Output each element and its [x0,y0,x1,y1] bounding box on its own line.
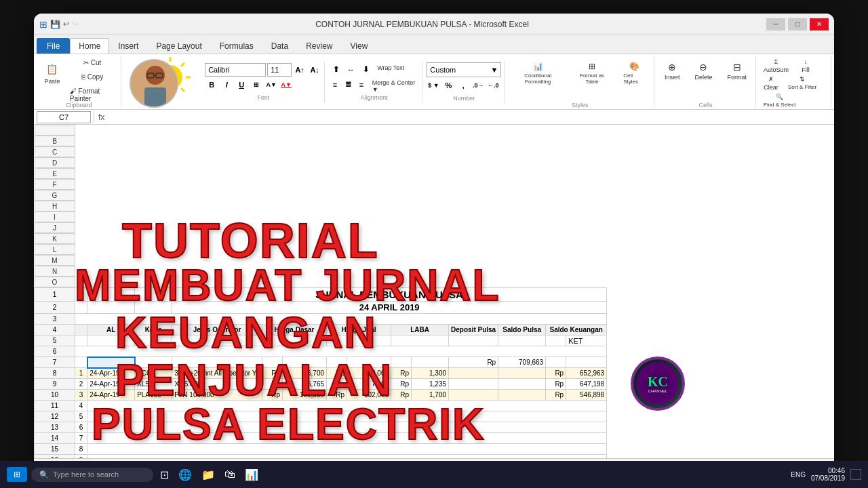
cell-l4[interactable]: Deposit Pulsa [449,325,498,336]
cell-k10[interactable]: 1,700 [412,390,449,401]
align-top-btn[interactable]: ⬆ [329,63,342,77]
cell-i7[interactable] [347,357,391,368]
percent-btn[interactable]: % [441,79,455,92]
tab-view[interactable]: View [342,38,377,54]
col-b-header[interactable]: B [35,136,75,146]
font-name-input[interactable] [205,63,266,77]
cell-c8[interactable]: 24-Apr-19 [87,368,135,379]
cell-j10[interactable]: Rp [391,390,412,401]
cell-d2[interactable] [135,302,172,314]
cell-l9[interactable] [449,379,498,390]
col-o-header[interactable]: O [35,277,75,287]
cell-j5[interactable] [391,336,449,346]
cell-h5[interactable] [327,336,391,346]
cell-o7[interactable] [566,357,607,368]
font-size-input[interactable] [267,63,292,77]
cell-b8[interactable]: 1 [75,368,87,379]
cell-j8[interactable]: Rp [391,368,412,379]
cell-n7[interactable] [546,357,566,368]
tab-home[interactable]: Home [70,38,109,54]
cell-n9[interactable]: Rp [546,379,566,390]
cell-l8[interactable] [449,368,498,379]
cell-e4[interactable]: Jenis Operator [172,325,262,336]
col-e-header[interactable]: E [35,168,75,179]
cell-j9[interactable]: Rp [391,379,412,390]
edge-icon[interactable]: 🌐 [176,466,195,484]
cell-f5[interactable] [262,336,327,346]
merge-center-btn[interactable]: Merge & Center ▼ [369,78,420,92]
paste-btn[interactable]: 📋 Paste [39,57,65,100]
decrease-decimal-btn[interactable]: ←.0 [486,79,500,92]
cell-e5[interactable] [172,336,262,346]
cell-d7[interactable] [135,357,172,368]
format-painter-btn[interactable]: 🖌 Format Painter [66,86,119,100]
col-f-header[interactable]: F [35,179,75,190]
align-left-btn[interactable]: ≡ [329,78,341,92]
cell-b7[interactable] [75,357,87,368]
col-l-header[interactable]: L [35,244,75,255]
tab-data[interactable]: Data [262,38,297,54]
cell-e10[interactable]: PLN 100.000 [172,390,262,401]
col-j-header[interactable]: J [35,222,75,233]
cell-d10[interactable]: PLA100 [135,390,172,401]
col-n-header[interactable]: N [35,266,75,277]
cell-c2[interactable] [87,302,135,314]
cell-f10[interactable]: Rp [262,390,283,401]
autosum-btn[interactable]: Σ AutoSum [760,57,792,72]
undo-icon[interactable]: ↩ [63,20,69,28]
cell-m7[interactable]: 709,663 [498,357,546,368]
cell-h9[interactable]: Rp [327,379,347,390]
font-color-btn[interactable]: A▼ [279,78,293,92]
fill-btn[interactable]: ↓ Fill [795,57,816,72]
cell-k9[interactable]: 1,235 [412,379,449,390]
cell-h4[interactable]: Harga Jual [327,325,391,336]
cell-b4[interactable] [75,325,87,336]
minimize-btn[interactable]: ─ [766,18,785,30]
cell-title1[interactable]: JURNAL PEMBUKUAN PULSA [172,288,607,302]
cell-h10[interactable]: Rp [327,390,347,401]
excel-taskbar-icon[interactable]: 📊 [242,466,261,484]
task-view-btn[interactable]: ⊡ [157,466,172,484]
cell-c4[interactable]: AL [87,325,135,336]
cell-o9[interactable]: 647,198 [566,379,607,390]
copy-btn[interactable]: ⎘ Copy [66,72,119,85]
cell-d4[interactable]: Kode [135,325,172,336]
cell-d8[interactable]: XC6 [135,368,172,379]
comma-btn[interactable]: , [456,79,470,92]
currency-btn[interactable]: $ ▼ [427,79,440,92]
sort-filter-btn[interactable]: ⇅ Sort & Filter [785,75,820,89]
align-middle-btn[interactable]: ↔ [344,63,357,77]
cell-b5[interactable] [75,336,87,346]
align-right-btn[interactable]: ≡ [355,78,368,92]
cell-d1[interactable] [135,288,172,302]
cell-n4[interactable]: Saldo Keuangan [546,325,607,336]
cell-o5[interactable]: KET [566,336,607,346]
cell-c10[interactable]: 24-Apr-19 [87,390,135,401]
font-decrease-btn[interactable]: A↓ [308,63,321,77]
col-d-header[interactable]: D [35,157,75,168]
cell-c9[interactable]: 24-Apr-19 [87,379,135,390]
delete-cells-btn[interactable]: ⊖ Delete [688,57,718,100]
tab-formulas[interactable]: Formulas [211,38,262,54]
cell-f8[interactable]: Rp [262,368,283,379]
cut-btn[interactable]: ✂ Cut [66,58,119,71]
find-select-btn[interactable]: 🔍 Find & Select [760,92,800,107]
cell-e9[interactable]: XL 5.000 [172,379,262,390]
grid-area[interactable]: B C D E F G H I J K L M N [34,125,834,458]
cell-n5[interactable] [546,336,566,346]
cell-m8[interactable] [498,368,546,379]
cell-l7[interactable]: Rp [449,357,498,368]
cell-b2[interactable] [75,302,87,314]
cell-j7[interactable] [391,357,412,368]
cell-b1[interactable] [75,288,87,302]
folder-icon[interactable]: 📁 [199,466,218,484]
redo-icon[interactable]: ↪ [72,20,78,28]
cell-o10[interactable]: 546,898 [566,390,607,401]
cell-i8[interactable]: 58,000 [347,368,391,379]
cell-title2[interactable]: 24 APRIL 2019 [172,302,607,314]
cell-l10[interactable] [449,390,498,401]
cell-k8[interactable]: 1,300 [412,368,449,379]
close-btn[interactable]: ✕ [810,18,829,30]
increase-decimal-btn[interactable]: .0→ [471,79,485,92]
tab-page-layout[interactable]: Page Layout [147,38,210,54]
